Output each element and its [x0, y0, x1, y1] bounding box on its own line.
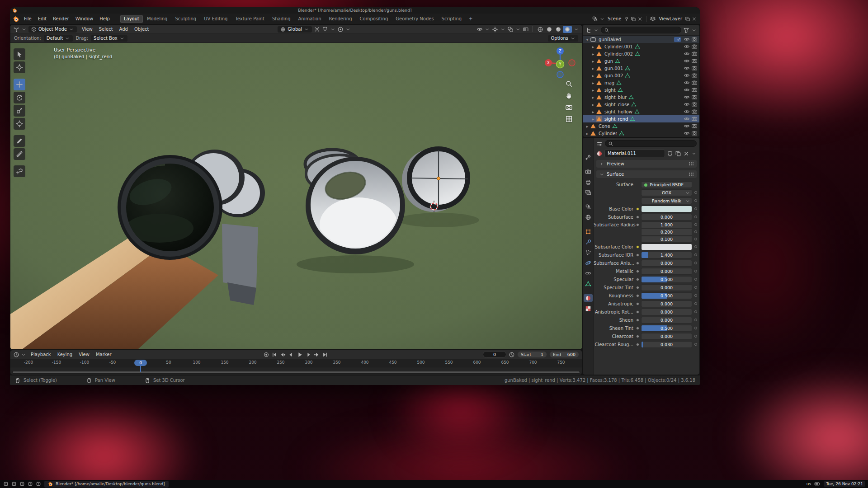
slider-specular-tint[interactable]: 0.000	[641, 284, 692, 291]
tool-add-cube-button[interactable]	[14, 165, 25, 177]
slider-roughness[interactable]: 0.500	[641, 292, 692, 299]
new-scene-button[interactable]	[631, 16, 636, 22]
camera-view-icon[interactable]	[565, 103, 573, 111]
shading-rendered-button[interactable]	[563, 26, 572, 33]
outliner-item-gun-002[interactable]: ▶gun.002	[583, 72, 699, 79]
expander-icon[interactable]: ▼	[585, 38, 590, 41]
material-sphere-icon[interactable]	[596, 150, 603, 157]
taskbar-app-2[interactable]	[11, 481, 17, 487]
options-dropdown[interactable]: Options	[548, 35, 578, 42]
properties-tab-texture[interactable]	[584, 305, 593, 312]
remove-view-layer-button[interactable]	[692, 16, 697, 22]
value-field-subsurface-radius-2[interactable]: 0.100	[641, 236, 692, 243]
outliner-search-input[interactable]	[601, 27, 681, 33]
workspace-tab-scripting[interactable]: Scripting	[438, 15, 465, 23]
expander-icon[interactable]: ▶	[590, 110, 596, 113]
outliner-item-cylinder-001[interactable]: ▶Cylinder.001	[583, 43, 699, 50]
chevron-down-icon[interactable]	[599, 16, 605, 22]
tool-annotate-button[interactable]	[14, 135, 25, 147]
chevron-down-icon[interactable]	[21, 352, 26, 357]
gizmo-axis-x-neg[interactable]	[569, 60, 575, 66]
chevron-down-icon[interactable]	[485, 27, 490, 32]
workspace-tab-rendering[interactable]: Rendering	[325, 15, 355, 23]
chevron-down-icon[interactable]	[515, 27, 521, 32]
disable-in-renders-toggle[interactable]	[691, 36, 698, 42]
expander-icon[interactable]: ▶	[590, 45, 596, 48]
chevron-down-icon[interactable]	[500, 27, 505, 32]
hide-in-viewport-toggle[interactable]	[684, 80, 690, 86]
disable-in-renders-toggle[interactable]	[691, 58, 698, 64]
tool-cursor-button[interactable]	[14, 61, 25, 73]
tool-rotate-button[interactable]	[14, 92, 25, 103]
toggle-xray-icon[interactable]	[523, 26, 529, 33]
workspace-tab-geometry-nodes[interactable]: Geometry Nodes	[392, 15, 437, 23]
timeline-menu-keying[interactable]: Keying	[54, 350, 76, 359]
properties-tab-particles[interactable]	[584, 249, 593, 256]
timeline-scrollbar[interactable]	[12, 371, 580, 374]
navigation-gizmo[interactable]: Z X Y	[543, 46, 577, 80]
chevron-down-icon[interactable]	[345, 27, 351, 32]
material-specials-icon[interactable]	[691, 151, 697, 156]
workspace-tab-layout[interactable]: Layout	[120, 15, 143, 23]
expander-icon[interactable]: ▶	[585, 125, 590, 128]
properties-tab-render[interactable]	[584, 168, 593, 175]
properties-tab-output[interactable]	[584, 178, 593, 186]
outliner-item-sight[interactable]: ▶sight	[583, 86, 699, 94]
taskbar-app-3[interactable]	[19, 481, 25, 487]
current-frame-field[interactable]: 0	[483, 351, 506, 358]
disable-in-renders-toggle[interactable]	[691, 80, 698, 86]
proportional-editing-icon[interactable]	[337, 26, 344, 33]
viewport-3d-scene[interactable]	[10, 43, 582, 349]
view-layer-name[interactable]: ViewLayer	[657, 16, 684, 21]
show-object-types-icon[interactable]	[476, 26, 483, 33]
hide-in-viewport-toggle[interactable]	[684, 116, 690, 122]
disable-in-renders-toggle[interactable]	[691, 65, 698, 71]
zoom-icon[interactable]	[565, 80, 573, 88]
outliner-item-gunbaked[interactable]: ▼gunBaked	[583, 36, 699, 43]
expander-icon[interactable]: ▶	[590, 67, 596, 70]
disable-in-renders-toggle[interactable]	[691, 43, 698, 50]
outliner-item-mag[interactable]: ▶mag	[583, 79, 699, 86]
view-layer-icon[interactable]	[650, 16, 656, 22]
outliner-item-sight-rend[interactable]: ▶sight_rend	[583, 115, 699, 122]
expander-icon[interactable]: ▶	[590, 74, 596, 77]
orientation-dropdown[interactable]: Default	[44, 35, 73, 42]
current-frame-indicator[interactable]: 0	[134, 360, 147, 366]
timeline-body[interactable]: -200-150-100-500501001502002503003504004…	[10, 359, 582, 375]
hide-in-viewport-toggle[interactable]	[684, 123, 690, 129]
taskbar-app-5[interactable]	[35, 481, 42, 487]
slider-sheen-tint[interactable]: 0.500	[641, 325, 692, 332]
outliner-item-cone[interactable]: ▶Cone	[583, 122, 699, 130]
viewport-menu-view[interactable]: View	[79, 25, 96, 34]
properties-tab-world[interactable]	[584, 213, 593, 221]
properties-search-input[interactable]	[605, 140, 697, 147]
preview-section-header[interactable]: Preview	[596, 160, 697, 168]
slider-subsurface[interactable]: 0.000	[641, 214, 692, 221]
tool-move-button[interactable]	[14, 79, 25, 90]
chevron-down-icon[interactable]	[691, 28, 697, 33]
properties-tab-physics[interactable]	[584, 259, 593, 267]
disable-in-renders-toggle[interactable]	[691, 108, 698, 115]
value-field-subsurface-radius-1[interactable]: 0.200	[641, 229, 692, 235]
unlink-material-button[interactable]	[683, 150, 689, 157]
frame-start-field[interactable]: Start 1	[517, 351, 547, 358]
add-workspace-button[interactable]: +	[466, 15, 475, 23]
tool-select-box-button[interactable]	[14, 48, 25, 60]
disable-in-renders-toggle[interactable]	[691, 101, 698, 108]
chevron-down-icon[interactable]	[330, 27, 335, 32]
outliner-item-sight-hollow[interactable]: ▶sight_hollow	[583, 108, 699, 115]
expander-icon[interactable]: ▶	[590, 60, 596, 63]
jump-start-button[interactable]	[270, 351, 278, 358]
slider-anisotropic-rot[interactable]: 0.000	[641, 309, 692, 315]
shading-solid-button[interactable]	[545, 26, 554, 33]
snap-toggle-icon[interactable]	[322, 26, 328, 33]
expander-icon[interactable]: ▶	[590, 89, 596, 92]
filter-icon[interactable]	[683, 27, 689, 33]
show-overlays-icon[interactable]	[507, 26, 514, 33]
disable-in-renders-toggle[interactable]	[691, 51, 698, 57]
browse-scene-icon[interactable]	[592, 16, 598, 22]
timeline-ruler[interactable]: -200-150-100-500501001502002503003504004…	[10, 359, 582, 367]
slider-specular[interactable]: 0.500	[641, 276, 692, 283]
disable-in-renders-toggle[interactable]	[691, 130, 698, 136]
workspace-tab-animation[interactable]: Animation	[295, 15, 325, 23]
